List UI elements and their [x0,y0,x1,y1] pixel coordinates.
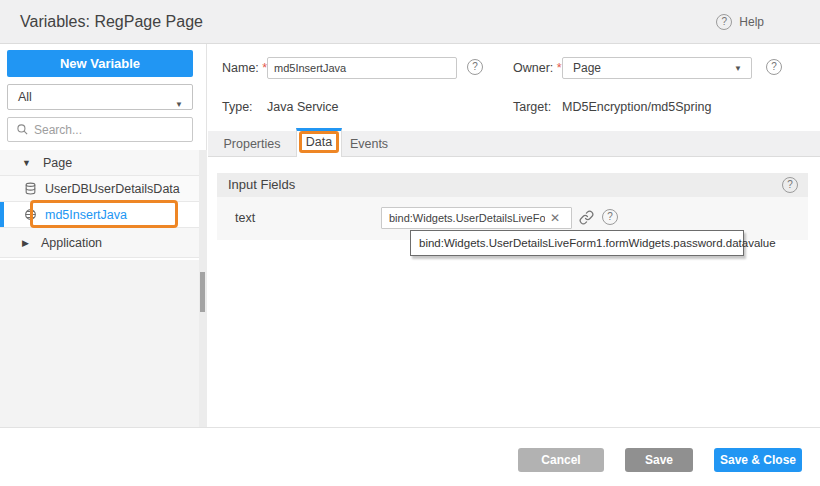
tree-item-md5insertjava[interactable]: md5InsertJava [0,202,199,228]
tree-group-page[interactable]: ▼ Page [0,150,199,176]
section-help-icon[interactable]: ? [782,177,798,193]
annotation-highlight-box: Data [299,131,339,153]
filter-dropdown[interactable]: All ▼ [7,84,193,110]
save-and-close-button[interactable]: Save & Close [714,448,802,472]
new-variable-button[interactable]: New Variable [7,50,193,77]
tree-group-label: Page [43,156,72,170]
target-value: MD5Encryption/md5Spring [562,100,711,114]
help-label: Help [739,15,764,29]
owner-label: Owner: * [513,61,562,75]
caret-down-icon: ▼ [734,59,742,79]
name-input[interactable] [267,57,457,79]
search-box [7,117,193,142]
clear-binding-icon[interactable]: ✕ [545,211,565,225]
help-button[interactable]: ? Help [716,14,764,30]
caret-down-icon: ▼ [175,93,183,117]
save-button[interactable]: Save [625,448,693,472]
section-title: Input Fields [228,177,295,192]
caret-right-icon: ▶ [22,238,29,248]
bind-expression-tooltip: bind:Widgets.UserDetailsLiveForm1.formWi… [410,230,744,256]
filter-value: All [18,90,32,104]
sidebar-scrollbar[interactable] [199,150,207,427]
name-label: Name: * [222,61,267,75]
page-title: Variables: RegPage Page [20,0,203,44]
tab-events[interactable]: Events [342,131,396,157]
type-label: Type: [222,100,253,114]
owner-value: Page [573,61,601,75]
name-help-icon[interactable]: ? [467,59,483,75]
tab-data[interactable]: Data [296,128,342,157]
tree-item-userdbuserdetailsdata[interactable]: UserDBUserDetailsData [0,176,199,202]
tab-bar: Properties Data Events [208,131,820,157]
dialog-header: Variables: RegPage Page ? Help [0,0,820,44]
tree-group-label: Application [41,236,102,250]
owner-dropdown[interactable]: Page ▼ [562,57,752,79]
variables-tree: ▼ Page UserDBUserDetailsData md5InsertJa… [0,150,199,258]
field-name-label: text [235,211,255,225]
bind-expression-value: bind:Widgets.UserDetailsLiveForm1.fo [382,212,545,224]
help-icon: ? [716,14,732,30]
tree-item-label: md5InsertJava [45,208,127,222]
type-value: Java Service [267,100,339,114]
sidebar-empty-area [0,260,199,427]
owner-help-icon[interactable]: ? [766,59,782,75]
dialog-footer: Cancel Save Save & Close [0,427,820,486]
tree-item-label: UserDBUserDetailsData [45,182,180,196]
input-fields-header: Input Fields ? [217,173,808,197]
scrollbar-thumb[interactable] [200,272,205,312]
database-icon [24,182,37,195]
variables-dialog: Variables: RegPage Page ? Help New Varia… [0,0,820,486]
search-icon [16,123,29,136]
bind-link-icon[interactable] [579,210,594,225]
service-icon [24,208,37,221]
tree-group-application[interactable]: ▶ Application [0,228,199,258]
field-help-icon[interactable]: ? [602,209,618,225]
caret-down-icon: ▼ [22,158,31,168]
search-input[interactable] [34,123,174,137]
bind-expression-input[interactable]: bind:Widgets.UserDetailsLiveForm1.fo ✕ [381,207,572,229]
required-mark: * [557,61,562,75]
tab-properties[interactable]: Properties [208,131,296,157]
target-label: Target: [513,100,551,114]
cancel-button[interactable]: Cancel [518,448,604,472]
selected-indicator [0,202,4,227]
variables-sidebar: New Variable All ▼ ▼ Page UserDBUserDeta… [0,44,207,427]
